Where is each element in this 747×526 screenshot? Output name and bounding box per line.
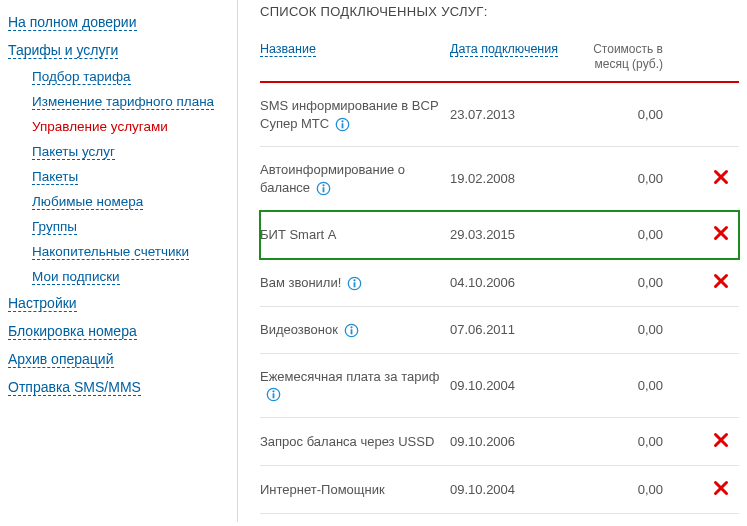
service-cost: 0,00 bbox=[580, 322, 703, 337]
col-cost-header: Стоимость в месяц (руб.) bbox=[593, 42, 663, 71]
table-row: SMS информирование в BCP Супер МТС23.07.… bbox=[260, 83, 739, 147]
sidebar-item-block-number[interactable]: Блокировка номера bbox=[8, 323, 137, 340]
services-table: SMS информирование в BCP Супер МТС23.07.… bbox=[260, 83, 739, 514]
service-cost: 0,00 bbox=[580, 227, 703, 242]
svg-point-19 bbox=[272, 391, 274, 393]
service-name: Вам звонили! bbox=[260, 275, 341, 290]
svg-point-1 bbox=[342, 120, 344, 122]
service-cost: 0,00 bbox=[580, 171, 703, 186]
sidebar-item-archive[interactable]: Архив операций bbox=[8, 351, 114, 368]
sort-by-name[interactable]: Название bbox=[260, 42, 316, 57]
sidebar-item-tariffs[interactable]: Тарифы и услуги bbox=[8, 42, 118, 59]
remove-button[interactable] bbox=[713, 273, 729, 289]
sidebar-item-packages[interactable]: Пакеты bbox=[32, 169, 78, 185]
service-name: БИТ Smart А bbox=[260, 227, 336, 242]
service-cost: 0,00 bbox=[580, 107, 703, 122]
service-date: 09.10.2006 bbox=[450, 434, 580, 449]
remove-button[interactable] bbox=[713, 432, 729, 448]
svg-rect-20 bbox=[273, 394, 275, 399]
svg-rect-12 bbox=[354, 282, 356, 287]
service-cost: 0,00 bbox=[580, 434, 703, 449]
sidebar-item-pick-tariff[interactable]: Подбор тарифа bbox=[32, 69, 131, 85]
service-name: Интернет-Помощник bbox=[260, 482, 385, 497]
sort-by-date[interactable]: Дата подключения bbox=[450, 42, 558, 57]
sidebar-item-favorite-numbers[interactable]: Любимые номера bbox=[32, 194, 143, 210]
service-date: 23.07.2013 bbox=[450, 107, 580, 122]
page-title: СПИСОК ПОДКЛЮЧЕННЫХ УСЛУГ: bbox=[260, 4, 739, 19]
service-name: Видеозвонок bbox=[260, 322, 338, 337]
svg-rect-5 bbox=[323, 187, 325, 192]
table-row: Автоинформирование о балансе19.02.20080,… bbox=[260, 147, 739, 211]
remove-button[interactable] bbox=[713, 480, 729, 496]
sidebar: На полном доверии Тарифы и услуги Подбор… bbox=[0, 0, 238, 522]
svg-point-16 bbox=[350, 326, 352, 328]
remove-button[interactable] bbox=[713, 169, 729, 185]
info-icon[interactable] bbox=[316, 181, 331, 196]
sidebar-item-counters[interactable]: Накопительные счетчики bbox=[32, 244, 189, 260]
table-row: Запрос баланса через USSD09.10.20060,00 bbox=[260, 418, 739, 466]
table-row: Интернет-Помощник09.10.20040,00 bbox=[260, 466, 739, 514]
sidebar-item-manage-services-active: Управление услугами bbox=[32, 119, 168, 134]
service-cost: 0,00 bbox=[580, 275, 703, 290]
service-date: 09.10.2004 bbox=[450, 378, 580, 393]
info-icon[interactable] bbox=[335, 117, 350, 132]
sidebar-item-subscriptions[interactable]: Мои подписки bbox=[32, 269, 120, 285]
info-icon[interactable] bbox=[347, 276, 362, 291]
sidebar-item-service-packages[interactable]: Пакеты услуг bbox=[32, 144, 115, 160]
service-date: 29.03.2015 bbox=[450, 227, 580, 242]
table-row: Ежемесячная плата за тариф09.10.20040,00 bbox=[260, 354, 739, 418]
svg-rect-2 bbox=[342, 123, 344, 128]
sidebar-item-groups[interactable]: Группы bbox=[32, 219, 77, 235]
service-cost: 0,00 bbox=[580, 482, 703, 497]
svg-rect-17 bbox=[350, 330, 352, 335]
table-row: Видеозвонок07.06.20110,00 bbox=[260, 307, 739, 354]
remove-button[interactable] bbox=[713, 225, 729, 241]
sidebar-item-trust[interactable]: На полном доверии bbox=[8, 14, 137, 31]
table-row: БИТ Smart А29.03.20150,00 bbox=[260, 211, 739, 259]
table-row: Вам звонили!04.10.20060,00 bbox=[260, 259, 739, 307]
sidebar-item-send-sms[interactable]: Отправка SMS/MMS bbox=[8, 379, 141, 396]
svg-point-4 bbox=[323, 184, 325, 186]
sidebar-item-change-tariff[interactable]: Изменение тарифного плана bbox=[32, 94, 214, 110]
service-date: 04.10.2006 bbox=[450, 275, 580, 290]
service-date: 07.06.2011 bbox=[450, 322, 580, 337]
service-date: 09.10.2004 bbox=[450, 482, 580, 497]
service-date: 19.02.2008 bbox=[450, 171, 580, 186]
sidebar-sublist: Подбор тарифа Изменение тарифного плана … bbox=[8, 64, 223, 289]
service-cost: 0,00 bbox=[580, 378, 703, 393]
info-icon[interactable] bbox=[344, 323, 359, 338]
service-name: Автоинформирование о балансе bbox=[260, 162, 405, 195]
sidebar-item-settings[interactable]: Настройки bbox=[8, 295, 77, 312]
main-content: СПИСОК ПОДКЛЮЧЕННЫХ УСЛУГ: Название Дата… bbox=[238, 0, 747, 522]
svg-point-11 bbox=[354, 279, 356, 281]
service-name: Ежемесячная плата за тариф bbox=[260, 369, 439, 384]
service-name: Запрос баланса через USSD bbox=[260, 434, 434, 449]
table-header: Название Дата подключения Стоимость в ме… bbox=[260, 35, 739, 83]
info-icon[interactable] bbox=[266, 387, 281, 402]
